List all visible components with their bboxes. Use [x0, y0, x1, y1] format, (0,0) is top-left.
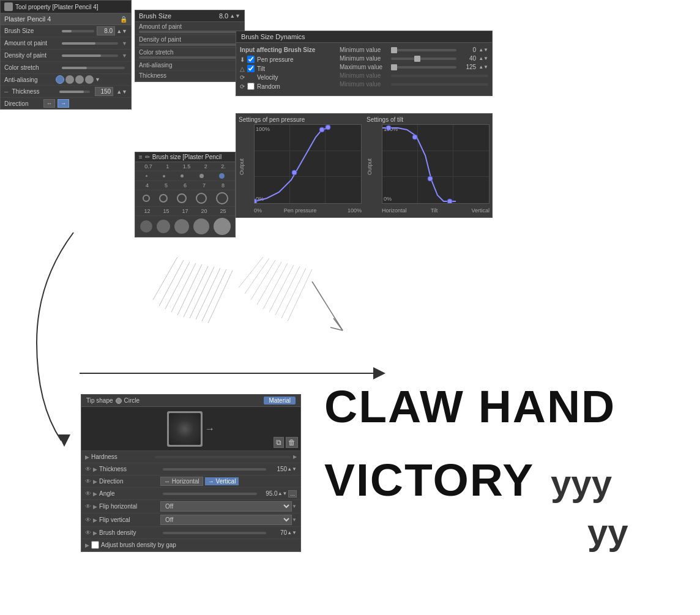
- color-stretch-slider[interactable]: [62, 67, 125, 69]
- direction-btn-2[interactable]: →: [58, 99, 69, 108]
- amount-of-paint-slider[interactable]: [62, 42, 118, 45]
- flip-v-dropdown[interactable]: OffOn: [160, 515, 292, 525]
- ts-expand-3[interactable]: ▶: [93, 491, 97, 497]
- hardness-expand-arrow[interactable]: ▶: [85, 454, 89, 460]
- svg-text:VICTORY: VICTORY: [324, 454, 534, 505]
- aa-option-2[interactable]: [65, 75, 74, 84]
- direction-vertical-btn[interactable]: → Vertical: [205, 477, 239, 485]
- ts-eye-1[interactable]: 👁: [85, 466, 91, 472]
- ts-eye-6[interactable]: 👁: [85, 529, 91, 536]
- svg-marker-30: [58, 434, 70, 447]
- bp-dot-3[interactable]: [181, 174, 184, 177]
- tilt-graph[interactable]: 100% 0%: [382, 124, 490, 204]
- pen-pressure-graph[interactable]: 100% 0%: [254, 124, 362, 204]
- angle-expand-btn[interactable]: ...: [288, 490, 297, 498]
- brush-density-slider[interactable]: [163, 532, 266, 534]
- angle-ts-slider[interactable]: [163, 493, 257, 495]
- aa-option-1[interactable]: [56, 75, 64, 84]
- ts-expand-5[interactable]: ▶: [93, 517, 97, 523]
- flip-v-arrow[interactable]: ▼: [292, 517, 297, 523]
- min-value-slider-2[interactable]: [391, 58, 456, 60]
- bp-sq-5[interactable]: [214, 218, 231, 235]
- ts-copy-btn[interactable]: ⧉: [274, 437, 284, 448]
- aa-dropdown-arrow[interactable]: ▼: [95, 76, 100, 83]
- svg-line-19: [245, 258, 269, 294]
- bp-circle-1[interactable]: [143, 195, 150, 202]
- bp-circle-5[interactable]: [216, 192, 228, 204]
- brush-size-value[interactable]: 8.0: [97, 26, 115, 35]
- random-checkbox[interactable]: [247, 83, 255, 90]
- adjust-gap-checkbox[interactable]: [91, 541, 99, 549]
- bp-dot-4[interactable]: [199, 174, 204, 178]
- aa-float-row: Anti-aliasing: [135, 61, 244, 71]
- pen-pressure-row: ⬇ Pen pressure: [240, 56, 335, 63]
- thickness-stepper[interactable]: ▲▼: [116, 89, 127, 95]
- bp-dot-5[interactable]: [219, 173, 225, 179]
- ts-expand-6[interactable]: ▶: [93, 530, 97, 536]
- ts-eye-2[interactable]: 👁: [85, 478, 91, 485]
- direction-btn-1[interactable]: ↔: [43, 99, 55, 108]
- aa-option-3[interactable]: [75, 75, 84, 84]
- ts-eye-5[interactable]: 👁: [85, 516, 91, 523]
- thickness-ts-slider[interactable]: [163, 468, 266, 471]
- bp-sq-2[interactable]: [157, 220, 170, 233]
- bp-circle-2[interactable]: [159, 194, 168, 203]
- min-value-stepper-2[interactable]: ▲▼: [478, 56, 488, 61]
- density-of-paint-slider[interactable]: [62, 54, 118, 57]
- pen-pressure-checkbox[interactable]: [247, 56, 255, 63]
- bp-dot-2[interactable]: [163, 175, 165, 177]
- brush-density-stepper[interactable]: ▲▼: [287, 530, 297, 535]
- ts-expand-2[interactable]: ▶: [93, 479, 97, 485]
- thickness-ts-stepper[interactable]: ▲▼: [287, 466, 297, 472]
- color-stretch-float-slider[interactable]: [139, 56, 240, 59]
- svg-point-4: [386, 125, 391, 130]
- ts-eye-4[interactable]: 👁: [85, 503, 91, 510]
- bp-dot-1[interactable]: [146, 175, 147, 177]
- amount-paint-float-slider[interactable]: [139, 31, 240, 33]
- angle-ts-stepper[interactable]: ▲▼: [278, 491, 288, 496]
- thickness-value[interactable]: 150: [95, 87, 113, 96]
- bp-size-1: 1: [166, 163, 169, 170]
- anti-aliasing-options[interactable]: ▼: [56, 75, 100, 84]
- bp-sq-1[interactable]: [140, 220, 152, 233]
- direction-horizontal-btn[interactable]: ↔ Horizontal: [160, 477, 203, 486]
- ts-delete-btn[interactable]: 🗑: [286, 437, 298, 448]
- velocity-row: ⟳ Velocity: [240, 74, 335, 81]
- tilt-checkbox[interactable]: [247, 65, 255, 72]
- min-value-slider-1[interactable]: [391, 49, 456, 51]
- ts-expand-4[interactable]: ▶: [93, 504, 97, 510]
- svg-line-21: [257, 262, 281, 305]
- ts-expand-1[interactable]: ▶: [93, 466, 97, 472]
- ts-expand-7[interactable]: ▶: [85, 542, 89, 548]
- hardness-expand[interactable]: ▶: [293, 454, 297, 460]
- brush-preview-arrow[interactable]: →: [205, 423, 215, 434]
- flip-v-label: Flip vertical: [99, 516, 160, 523]
- amount-of-paint-arrow[interactable]: ▼: [122, 40, 127, 47]
- bp-circle-3[interactable]: [177, 193, 187, 203]
- bp-size-2b: 2.: [221, 163, 226, 170]
- bp-sq-4[interactable]: [193, 218, 209, 234]
- bp-menu-icon[interactable]: ≡: [139, 154, 143, 160]
- brush-size-float-stepper[interactable]: ▲▼: [229, 13, 240, 19]
- brush-size-stepper[interactable]: ▲▼: [116, 28, 127, 34]
- density-arrow[interactable]: ▼: [122, 53, 127, 59]
- flip-h-arrow[interactable]: ▼: [292, 504, 297, 509]
- aa-option-4[interactable]: [85, 75, 94, 84]
- flip-h-label: Flip horizontal: [99, 503, 160, 510]
- max-value-slider[interactable]: [391, 66, 456, 69]
- min-value-stepper-1[interactable]: ▲▼: [478, 47, 488, 53]
- max-value-stepper[interactable]: ▲▼: [478, 64, 488, 70]
- bp-circle-4[interactable]: [196, 193, 207, 204]
- flip-h-dropdown[interactable]: OffOn: [160, 501, 292, 512]
- thickness-collapse-icon[interactable]: ─: [4, 89, 8, 95]
- ts-tab-material[interactable]: Material: [264, 397, 296, 404]
- tip-shape-panel: Tip shape Circle Material → ⧉ 🗑 ▶ Hardne…: [81, 394, 301, 552]
- svg-line-9: [159, 260, 184, 306]
- bp-size-4: 4: [146, 182, 149, 188]
- density-paint-float-slider[interactable]: [139, 43, 240, 46]
- bp-sq-3[interactable]: [174, 219, 189, 234]
- brush-size-slider[interactable]: [62, 30, 94, 32]
- ts-tab-tip[interactable]: [253, 400, 262, 401]
- thickness-slider[interactable]: [59, 91, 90, 93]
- ts-eye-3[interactable]: 👁: [85, 490, 91, 497]
